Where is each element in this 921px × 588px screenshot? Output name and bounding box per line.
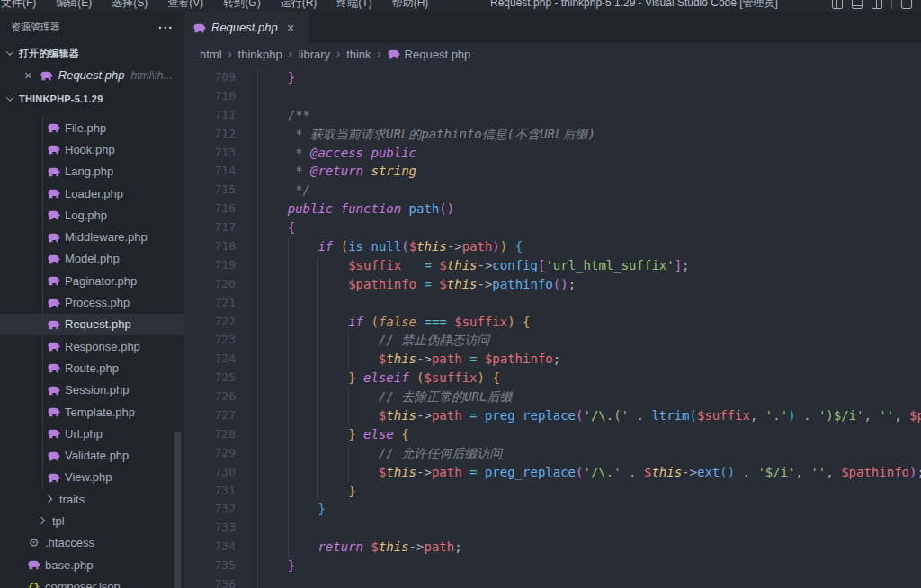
- tree-item-lang-php[interactable]: Lang.php: [0, 161, 184, 183]
- tree-item-label: Loader.php: [65, 187, 123, 200]
- indent-guide: [317, 406, 318, 425]
- tree-item-response-php[interactable]: Response.php: [0, 335, 184, 357]
- breadcrumb-item[interactable]: Request.php: [388, 48, 471, 61]
- line-number: 728: [184, 425, 236, 444]
- indent-guide: [288, 425, 289, 444]
- line-number: 713: [184, 144, 236, 163]
- tree-item-middleware-php[interactable]: Middleware.php: [0, 226, 184, 247]
- toggle-secondary-sidebar-icon[interactable]: [872, 0, 882, 9]
- tree-item-label: Session.php: [65, 383, 130, 396]
- line-number: 733: [184, 519, 236, 538]
- menu-item[interactable]: 帮助(H): [382, 0, 439, 12]
- tree-item-label: tpl: [52, 514, 65, 528]
- tree-item-model-php[interactable]: Model.php: [0, 248, 184, 270]
- breadcrumb-item[interactable]: library: [299, 48, 330, 61]
- tree-item-composer-json[interactable]: {}composer.json: [0, 575, 184, 588]
- menu-item[interactable]: 转到(G): [213, 0, 270, 12]
- indent-guide: [257, 125, 258, 144]
- indent-guide: [317, 444, 318, 463]
- tab-bar: Request.php ×: [184, 12, 921, 43]
- code-line[interactable]: 735 }: [184, 557, 921, 575]
- tree-item--htaccess[interactable]: ⚙.htaccess: [0, 532, 184, 554]
- code-line[interactable]: 713 * @access public: [184, 144, 921, 163]
- chevron-right-icon: [34, 518, 48, 523]
- toggle-panel-icon[interactable]: [852, 0, 863, 9]
- tree-item-log-php[interactable]: Log.php: [0, 204, 184, 226]
- code-line[interactable]: 733: [184, 519, 921, 538]
- code-line[interactable]: 711 /**: [184, 106, 921, 125]
- code-line[interactable]: 709 }: [184, 68, 921, 87]
- close-icon[interactable]: ×: [24, 67, 32, 83]
- code-line[interactable]: 736: [184, 575, 921, 588]
- menu-item[interactable]: 终端(T): [326, 0, 381, 12]
- code-line[interactable]: 722 if (false === $suffix) {: [184, 313, 921, 332]
- tree-item-view-php[interactable]: View.php: [0, 467, 184, 488]
- tree-item-paginator-php[interactable]: Paginator.php: [0, 270, 184, 291]
- code-line-content: * @access public: [257, 144, 921, 163]
- breadcrumb-item[interactable]: think: [346, 48, 371, 61]
- code-line[interactable]: 729 // 允许任何后缀访问: [184, 444, 921, 463]
- open-editors-section[interactable]: 打开的编辑器: [0, 43, 184, 63]
- tree-item-traits[interactable]: traits: [0, 488, 184, 510]
- menu-item[interactable]: 选择(S): [102, 0, 157, 12]
- code-line[interactable]: 734 return $this->path;: [184, 538, 921, 557]
- tree-item-url-php[interactable]: Url.php: [0, 423, 184, 444]
- tree-item-hook-php[interactable]: Hook.php: [0, 138, 184, 160]
- tree-item-loader-php[interactable]: Loader.php: [0, 183, 184, 204]
- line-number: 729: [184, 444, 236, 463]
- tree-item-template-php[interactable]: Template.php: [0, 401, 184, 423]
- code-line[interactable]: 732 }: [184, 500, 921, 519]
- menu-item[interactable]: 文件(F): [0, 0, 46, 12]
- code-line[interactable]: 728 } else {: [184, 425, 921, 444]
- code-line[interactable]: 717 {: [184, 218, 921, 237]
- indent-guide: [317, 350, 318, 369]
- code-line[interactable]: 724 $this->path = $pathinfo;: [184, 350, 921, 369]
- breadcrumb-item[interactable]: html: [200, 48, 222, 61]
- indent-guide: [288, 331, 289, 350]
- tree-item-label: Request.php: [65, 317, 131, 331]
- code-line[interactable]: 731 }: [184, 482, 921, 501]
- tree-item-validate-php[interactable]: Validate.php: [0, 444, 184, 466]
- customize-layout-icon[interactable]: [901, 0, 912, 9]
- indent-guide: [348, 444, 349, 463]
- sidebar-scrollbar[interactable]: [174, 432, 181, 588]
- code-line[interactable]: 714 * @return string: [184, 162, 921, 181]
- indent-guide: [257, 482, 258, 501]
- tree-item-label: Middleware.php: [65, 230, 148, 244]
- code-line[interactable]: 710: [184, 87, 921, 106]
- toggle-sidebar-icon[interactable]: [832, 0, 843, 9]
- code-line[interactable]: 723 // 禁止伪静态访问: [184, 331, 921, 350]
- code-line[interactable]: 715 */: [184, 181, 921, 200]
- code-line[interactable]: 726 // 去除正常的URL后缀: [184, 388, 921, 406]
- menu-item[interactable]: 查看(V): [157, 0, 213, 12]
- line-number: 732: [184, 500, 236, 519]
- breadcrumb-item[interactable]: thinkphp: [238, 48, 282, 61]
- tree-item-label: File.php: [65, 121, 106, 135]
- menu-item[interactable]: 编辑(E): [46, 0, 102, 12]
- code-line[interactable]: 727 $this->path = preg_replace('/\.(' . …: [184, 406, 921, 425]
- code-line[interactable]: 721: [184, 294, 921, 313]
- code-line[interactable]: 725 } elseif ($suffix) {: [184, 369, 921, 388]
- code-line[interactable]: 720 $pathinfo = $this->pathinfo();: [184, 275, 921, 294]
- code-line[interactable]: 716 public function path(): [184, 200, 921, 218]
- tree-item-base-php[interactable]: base.php: [0, 554, 184, 575]
- tree-item-session-php[interactable]: Session.php: [0, 379, 184, 401]
- code-line[interactable]: 719 $suffix = $this->config['url_html_su…: [184, 256, 921, 275]
- tree-item-request-php[interactable]: Request.php: [0, 314, 184, 335]
- tree-item-file-php[interactable]: File.php: [0, 117, 184, 138]
- vscode-window: 文件(F)编辑(E)选择(S)查看(V)转到(G)运行(R)终端(T)帮助(H)…: [0, 0, 921, 588]
- tree-item-tpl[interactable]: tpl: [0, 510, 184, 531]
- project-section[interactable]: THINKPHP-5.1.29: [0, 87, 184, 110]
- tab-request-php[interactable]: Request.php ×: [184, 12, 309, 43]
- menu-item[interactable]: 运行(R): [271, 0, 327, 12]
- tab-close-icon[interactable]: ×: [287, 20, 295, 35]
- tree-item-process-php[interactable]: Process.php: [0, 291, 184, 313]
- code-line[interactable]: 718 if (is_null($this->path)) {: [184, 237, 921, 256]
- open-editor-item[interactable]: × Request.php html\th...: [0, 63, 184, 87]
- code-line[interactable]: 712 * 获取当前请求URL的pathinfo信息(不含URL后缀): [184, 125, 921, 144]
- tree-item-route-php[interactable]: Route.php: [0, 357, 184, 379]
- more-actions-icon[interactable]: ···: [158, 21, 174, 35]
- line-number: 719: [184, 256, 236, 275]
- code-editor[interactable]: 709 }710711 /**712 * 获取当前请求URL的pathinfo信…: [184, 65, 921, 588]
- code-line[interactable]: 730 $this->path = preg_replace('/\.' . $…: [184, 463, 921, 482]
